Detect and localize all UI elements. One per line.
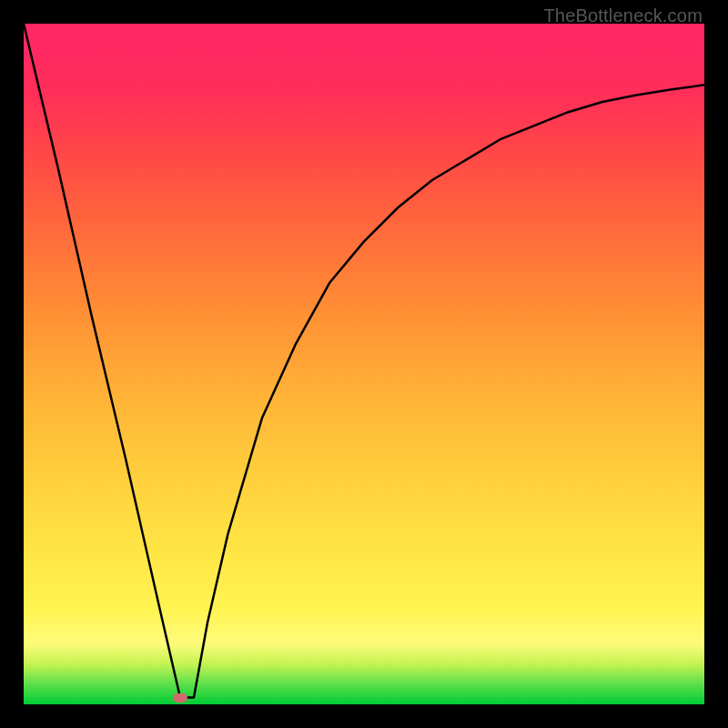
- watermark-text: TheBottleneck.com: [543, 5, 703, 26]
- bottleneck-curve: [24, 24, 704, 704]
- plot-frame: [24, 24, 704, 704]
- minimum-marker: [173, 693, 187, 703]
